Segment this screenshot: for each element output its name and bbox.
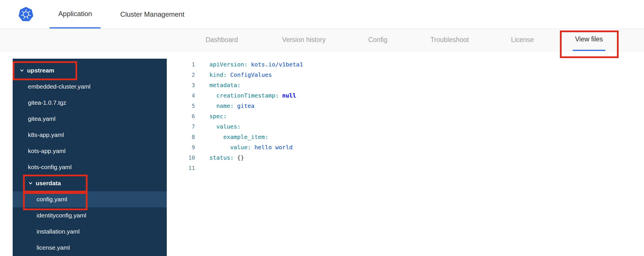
tree-item-identityconfig-yaml[interactable]: identityconfig.yaml: [13, 207, 167, 223]
file-tree: upstreamembedded-cluster.yamlgitea-1.0.7…: [13, 59, 167, 256]
line-number: 6: [167, 111, 195, 121]
line-number: 5: [167, 101, 195, 111]
tree-item-gitea-yaml[interactable]: gitea.yaml: [13, 111, 167, 127]
tree-item-label: kots-config.yaml: [28, 164, 72, 171]
code-line: 9 value: hello world: [167, 142, 644, 152]
line-number: 9: [167, 142, 195, 152]
tree-item-installation-yaml[interactable]: installation.yaml: [13, 223, 167, 240]
chevron-down-icon: [28, 181, 33, 186]
tree-item-label: license.yaml: [37, 244, 70, 251]
code-text: creationTimestamp: null: [195, 90, 296, 101]
tree-item-label: kots-app.yaml: [28, 148, 66, 154]
code-line: 7 values:: [167, 121, 644, 132]
tree-item-userdata[interactable]: userdata: [13, 175, 167, 191]
code-text: kind: ConfigValues: [195, 70, 272, 80]
line-number: 8: [167, 132, 195, 142]
editor-lines: 1apiVersion: kots.io/v1beta12kind: Confi…: [167, 59, 644, 173]
code-text: value: hello world: [195, 142, 293, 152]
subnav-tab-version-history[interactable]: Version history: [280, 29, 328, 51]
line-number: 4: [167, 90, 195, 101]
line-number: 11: [167, 163, 195, 173]
code-text: name: gitea: [195, 101, 255, 111]
code-line: 1apiVersion: kots.io/v1beta1: [167, 59, 644, 70]
code-line: 2kind: ConfigValues: [167, 70, 644, 80]
code-line: 6spec:: [167, 111, 644, 121]
code-line: 3metadata:: [167, 80, 644, 90]
code-text: values:: [195, 121, 240, 132]
code-line: 10status: {}: [167, 152, 644, 163]
top-tab-cluster-management[interactable]: Cluster Management: [112, 0, 193, 28]
tree-item-kots-config-yaml[interactable]: kots-config.yaml: [13, 159, 167, 175]
subnav-tab-troubleshoot[interactable]: Troubleshoot: [428, 29, 471, 51]
code-text: spec:: [195, 111, 227, 121]
app-subnav: DashboardVersion historyConfigTroublesho…: [0, 29, 644, 51]
subnav-tab-dashboard[interactable]: Dashboard: [203, 29, 240, 51]
line-number: 2: [167, 70, 195, 80]
code-line: 8 example_item:: [167, 132, 644, 142]
tree-item-gitea-1-0-7-tgz[interactable]: gitea-1.0.7.tgz: [13, 95, 167, 111]
tree-item-upstream[interactable]: upstream: [13, 62, 167, 79]
file-editor[interactable]: 1apiVersion: kots.io/v1beta12kind: Confi…: [167, 59, 644, 256]
tree-item-label: config.yaml: [37, 196, 67, 203]
code-text: apiVersion: kots.io/v1beta1: [195, 59, 303, 70]
tree-item-label: userdata: [36, 180, 61, 187]
code-line: 5 name: gitea: [167, 101, 644, 111]
tree-item-label: gitea-1.0.7.tgz: [28, 99, 66, 106]
top-tab-application[interactable]: Application: [50, 0, 101, 28]
line-number: 3: [167, 80, 195, 90]
chevron-down-icon: [19, 68, 24, 73]
subnav-tab-view-files[interactable]: View files: [573, 29, 605, 51]
tree-item-embedded-cluster-yaml[interactable]: embedded-cluster.yaml: [13, 79, 167, 95]
kubernetes-logo-icon[interactable]: [18, 6, 34, 22]
line-number: 7: [167, 121, 195, 132]
subnav-tab-config[interactable]: Config: [366, 29, 390, 51]
tree-item-kots-app-yaml[interactable]: kots-app.yaml: [13, 143, 167, 159]
tree-item-label: upstream: [27, 67, 54, 74]
tree-item-label: k8s-app.yaml: [28, 131, 64, 138]
code-text: example_item:: [195, 132, 268, 142]
code-text: status: {}: [195, 152, 244, 163]
code-text: [195, 163, 209, 173]
tree-item-license-yaml[interactable]: license.yaml: [13, 240, 167, 256]
tree-item-config-yaml[interactable]: config.yaml: [13, 191, 167, 207]
tree-item-label: identityconfig.yaml: [37, 212, 86, 219]
line-number: 1: [167, 59, 195, 70]
tree-item-label: gitea.yaml: [28, 115, 56, 122]
code-line: 11: [167, 163, 644, 173]
code-line: 4 creationTimestamp: null: [167, 90, 644, 101]
tree-item-k8s-app-yaml[interactable]: k8s-app.yaml: [13, 127, 167, 143]
tree-item-label: installation.yaml: [37, 228, 79, 235]
kots-admin-console: ApplicationCluster Management DashboardV…: [0, 0, 644, 256]
tree-item-label: embedded-cluster.yaml: [28, 83, 90, 90]
code-text: metadata:: [195, 80, 240, 90]
line-number: 10: [167, 152, 195, 163]
subnav-tab-license[interactable]: License: [509, 29, 536, 51]
app-header: ApplicationCluster Management: [0, 0, 644, 29]
